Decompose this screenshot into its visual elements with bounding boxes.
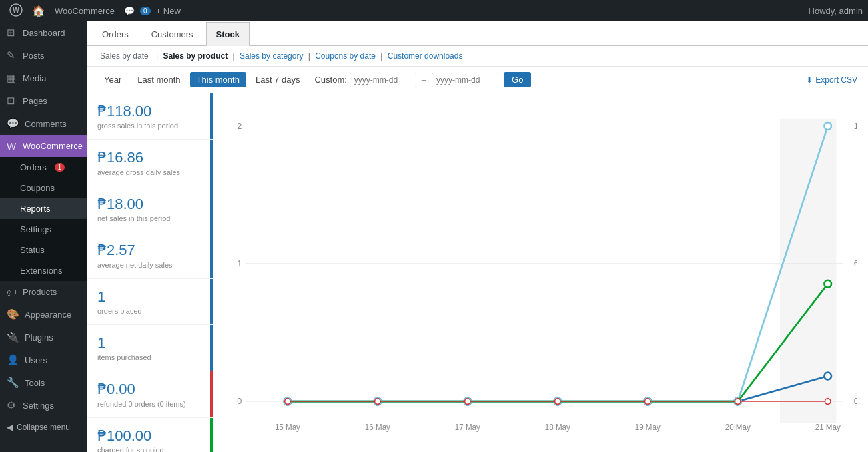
admin-bar: W 🏠 WooCommerce 💬 0 + New Howdy, admin bbox=[0, 0, 868, 21]
posts-icon: ✎ bbox=[7, 49, 17, 61]
wp-logo-icon: W bbox=[9, 3, 23, 17]
svg-point-40 bbox=[735, 399, 741, 405]
sub-nav-sep1: | bbox=[156, 51, 160, 61]
filter-last-7-days[interactable]: Last 7 days bbox=[249, 72, 307, 87]
date-from-input[interactable] bbox=[350, 73, 416, 87]
svg-text:120.36: 120.36 bbox=[854, 121, 857, 131]
woo-submenu: Orders 1 Coupons Reports Settings Status… bbox=[0, 157, 87, 281]
report-area: ₱118.00 gross sales in this period ₱16.8… bbox=[87, 93, 868, 452]
sidebar-item-coupons[interactable]: Coupons bbox=[0, 178, 87, 198]
svg-text:16 May: 16 May bbox=[365, 423, 390, 431]
chart-svg: 2 1 0 120.36 60.18 0.00 15 May 16 May 17… bbox=[224, 104, 857, 452]
stat-refunded-value: ₱0.00 bbox=[97, 381, 202, 398]
sidebar-item-settings2[interactable]: ⚙ Settings bbox=[0, 394, 87, 417]
tab-orders[interactable]: Orders bbox=[92, 22, 139, 46]
tab-customers[interactable]: Customers bbox=[141, 22, 203, 46]
sidebar-item-tools[interactable]: 🔧 Tools bbox=[0, 371, 87, 394]
sidebar-item-plugins[interactable]: 🔌 Plugins bbox=[0, 326, 87, 349]
svg-text:2: 2 bbox=[237, 121, 242, 131]
stat-net-sales-label: net sales in this period bbox=[97, 214, 202, 222]
app-layout: ⊞ Dashboard ✎ Posts ▦ Media ⊡ Pages 💬 Co… bbox=[0, 21, 868, 452]
sidebar-item-settings[interactable]: Settings bbox=[0, 219, 87, 240]
sub-nav-sep2: | bbox=[233, 51, 237, 61]
custom-label: Custom: bbox=[314, 75, 346, 85]
collapse-menu[interactable]: ◀ Collapse menu bbox=[0, 417, 87, 437]
wp-logo-link[interactable]: W bbox=[5, 3, 27, 19]
date-to-input[interactable] bbox=[432, 73, 498, 87]
users-icon: 👤 bbox=[7, 354, 19, 366]
stat-refunded: ₱0.00 refunded 0 orders (0 items) bbox=[87, 371, 213, 417]
sidebar-item-comments[interactable]: 💬 Comments bbox=[0, 112, 87, 135]
date-separator: – bbox=[422, 75, 426, 85]
sidebar-label-woocommerce: WooCommerce bbox=[23, 141, 83, 151]
comments-icon: 💬 bbox=[7, 118, 19, 130]
svg-text:0.00: 0.00 bbox=[854, 396, 857, 406]
site-name-link[interactable]: WooCommerce bbox=[51, 6, 119, 16]
sidebar-label-users: Users bbox=[25, 355, 47, 365]
export-csv-label: Export CSV bbox=[815, 75, 857, 85]
sidebar-label-settings: Settings bbox=[20, 224, 51, 234]
sidebar-label-extensions: Extensions bbox=[20, 266, 63, 276]
appearance-icon: 🎨 bbox=[7, 308, 19, 320]
sidebar-label-coupons: Coupons bbox=[20, 183, 55, 193]
new-button[interactable]: + New bbox=[156, 6, 181, 16]
sidebar-item-users[interactable]: 👤 Users bbox=[0, 349, 87, 371]
sidebar: ⊞ Dashboard ✎ Posts ▦ Media ⊡ Pages 💬 Co… bbox=[0, 21, 87, 452]
sidebar-item-dashboard[interactable]: ⊞ Dashboard bbox=[0, 21, 87, 44]
svg-text:15 May: 15 May bbox=[275, 423, 300, 431]
sidebar-item-posts[interactable]: ✎ Posts bbox=[0, 44, 87, 67]
stat-net-sales-bar bbox=[210, 186, 213, 232]
stat-avg-net-bar bbox=[210, 232, 213, 278]
stat-avg-net-value: ₱2.57 bbox=[97, 242, 202, 259]
download-icon: ⬇ bbox=[806, 75, 813, 85]
filter-bar: Year Last month This month Last 7 days C… bbox=[87, 67, 868, 93]
stat-orders-placed-bar bbox=[210, 279, 213, 324]
sidebar-item-extensions[interactable]: Extensions bbox=[0, 260, 87, 281]
svg-point-39 bbox=[645, 399, 650, 405]
filter-this-month[interactable]: This month bbox=[190, 72, 246, 87]
filter-year[interactable]: Year bbox=[97, 72, 128, 87]
comment-icon: 💬 bbox=[124, 6, 135, 16]
stat-avg-gross-label: average gross daily sales bbox=[97, 168, 202, 176]
sub-nav-coupons-date[interactable]: Coupons by date bbox=[315, 51, 376, 61]
sidebar-item-status[interactable]: Status bbox=[0, 240, 87, 260]
howdy-text: Howdy, admin bbox=[809, 6, 863, 16]
stat-orders-placed-label: orders placed bbox=[97, 307, 202, 315]
go-button[interactable]: Go bbox=[504, 72, 531, 87]
export-csv-button[interactable]: ⬇ Export CSV bbox=[806, 75, 857, 85]
sub-nav-sep3: | bbox=[308, 51, 312, 61]
stat-refunded-label: refunded 0 orders (0 items) bbox=[97, 400, 202, 408]
sidebar-item-woocommerce[interactable]: W WooCommerce bbox=[0, 135, 87, 157]
stat-avg-net-label: average net daily sales bbox=[97, 261, 202, 269]
admin-bar-left: W 🏠 WooCommerce 💬 0 + New bbox=[5, 3, 809, 19]
sub-nav-sales-category[interactable]: Sales by category bbox=[240, 51, 303, 61]
sub-nav-sales-product[interactable]: Sales by product bbox=[163, 51, 228, 61]
svg-text:20 May: 20 May bbox=[725, 423, 751, 431]
sidebar-label-appearance: Appearance bbox=[25, 310, 71, 320]
dashboard-icon: ⊞ bbox=[7, 27, 17, 39]
collapse-label: Collapse menu bbox=[17, 423, 70, 432]
settings-icon: ⚙ bbox=[7, 399, 17, 411]
sidebar-label-orders: Orders bbox=[20, 162, 47, 172]
svg-point-36 bbox=[375, 399, 380, 405]
svg-point-37 bbox=[465, 399, 470, 405]
svg-text:19 May: 19 May bbox=[635, 423, 661, 431]
stat-orders-placed-value: 1 bbox=[97, 288, 202, 306]
svg-text:21 May: 21 May bbox=[815, 423, 841, 431]
filter-last-month[interactable]: Last month bbox=[131, 72, 187, 87]
sidebar-item-reports[interactable]: Reports bbox=[0, 198, 87, 219]
sidebar-item-appearance[interactable]: 🎨 Appearance bbox=[0, 303, 87, 326]
sidebar-item-products[interactable]: 🏷 Products bbox=[0, 281, 87, 303]
stat-net-sales: ₱18.00 net sales in this period bbox=[87, 186, 213, 232]
sidebar-item-pages[interactable]: ⊡ Pages bbox=[0, 89, 87, 112]
tab-stock[interactable]: Stock bbox=[206, 22, 250, 46]
products-icon: 🏷 bbox=[7, 286, 17, 298]
sidebar-item-orders[interactable]: Orders 1 bbox=[0, 157, 87, 178]
sidebar-label-reports: Reports bbox=[20, 204, 51, 214]
sub-nav-customer-downloads[interactable]: Customer downloads bbox=[388, 51, 463, 61]
sidebar-label-settings2: Settings bbox=[23, 401, 54, 411]
stat-items-purchased-bar bbox=[210, 325, 213, 371]
sidebar-item-media[interactable]: ▦ Media bbox=[0, 67, 87, 89]
plugins-icon: 🔌 bbox=[7, 331, 19, 343]
sub-nav: Sales by date | Sales by product | Sales… bbox=[87, 46, 868, 67]
